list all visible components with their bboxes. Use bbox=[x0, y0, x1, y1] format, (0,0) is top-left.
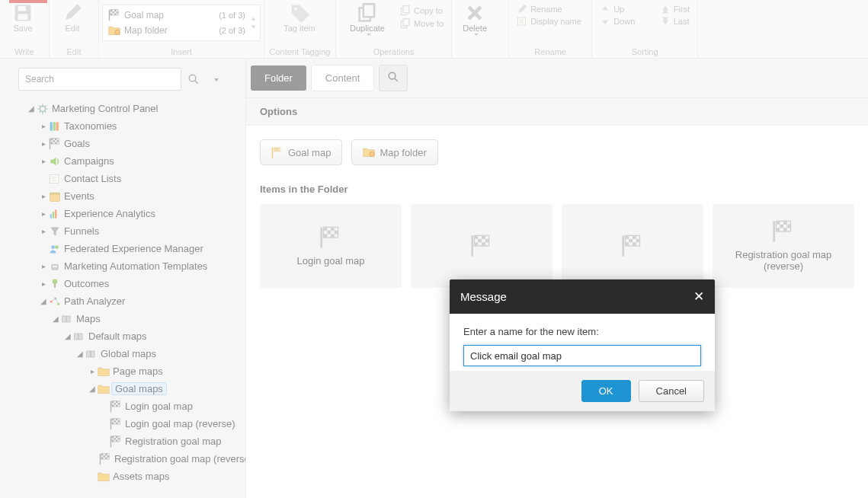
move-last-button[interactable]: Last bbox=[655, 15, 694, 27]
move-first-button[interactable]: First bbox=[655, 3, 694, 15]
tree-contact-lists[interactable]: Contact Lists bbox=[0, 170, 245, 187]
option-goal-map[interactable]: Goal map bbox=[260, 139, 342, 165]
tree-fem[interactable]: Federated Experience Manager bbox=[0, 240, 245, 257]
tree-sidebar: ◢Marketing Control Panel ▸Taxonomies ▸Go… bbox=[0, 59, 246, 498]
ok-button[interactable]: OK bbox=[581, 380, 631, 402]
card-registration-goal-map-rev[interactable]: Registration goal map (reverse) bbox=[713, 204, 854, 288]
content-panel: Folder Content Options Goal map Map fold… bbox=[246, 59, 868, 498]
group-insert: Insert bbox=[99, 47, 264, 56]
group-write: Write bbox=[0, 47, 49, 56]
tree-experience-analytics[interactable]: ▸Experience Analytics bbox=[0, 205, 245, 222]
card-login-goal-map[interactable]: Login goal map bbox=[260, 204, 402, 288]
tag-item-button[interactable]: Tag item bbox=[267, 3, 332, 33]
tree-registration-goal-map-rev[interactable]: Registration goal map (reverse) bbox=[0, 450, 245, 468]
tree-goals[interactable]: ▸Goals bbox=[0, 135, 245, 152]
card-item-3[interactable] bbox=[562, 204, 703, 288]
tab-folder[interactable]: Folder bbox=[251, 65, 306, 91]
tree-registration-goal-map[interactable]: Registration goal map bbox=[0, 433, 245, 450]
content-tree: ◢Marketing Control Panel ▸Taxonomies ▸Go… bbox=[0, 98, 245, 487]
message-dialog: Message ✕ Enter a name for the new item:… bbox=[450, 279, 715, 411]
tree-root[interactable]: ◢Marketing Control Panel bbox=[0, 100, 245, 117]
display-name-button[interactable]: Display name bbox=[512, 15, 588, 27]
tab-search[interactable] bbox=[379, 65, 408, 91]
search-dropdown[interactable] bbox=[206, 69, 227, 90]
group-sorting: Sorting bbox=[592, 47, 697, 56]
tab-content[interactable]: Content bbox=[311, 65, 375, 91]
tree-page-maps[interactable]: ▸Page maps bbox=[0, 362, 245, 380]
insert-scroll[interactable] bbox=[248, 8, 258, 38]
delete-button[interactable]: Delete bbox=[455, 3, 495, 38]
option-map-folder[interactable]: Map folder bbox=[351, 139, 437, 165]
cancel-button[interactable]: Cancel bbox=[639, 380, 704, 402]
search-button[interactable] bbox=[183, 69, 204, 90]
card-item-2[interactable] bbox=[411, 204, 553, 288]
options-heading: Options bbox=[246, 98, 868, 126]
group-operations: Operations bbox=[336, 47, 451, 56]
copy-to-button[interactable]: Copy to bbox=[396, 5, 448, 17]
tree-login-goal-map[interactable]: Login goal map bbox=[0, 397, 245, 415]
tree-goal-maps[interactable]: ◢Goal maps bbox=[0, 380, 245, 397]
tree-funnels[interactable]: ▸Funnels bbox=[0, 222, 245, 240]
move-down-button[interactable]: Down bbox=[595, 15, 639, 27]
group-content-tagging: Content Tagging bbox=[264, 47, 335, 56]
search-input[interactable] bbox=[18, 68, 181, 91]
tree-maps[interactable]: ◢Maps bbox=[0, 310, 245, 327]
tree-default-maps[interactable]: ◢Default maps bbox=[0, 327, 245, 345]
rename-button[interactable]: Rename bbox=[512, 3, 588, 15]
duplicate-button[interactable]: Duplicate bbox=[339, 3, 396, 38]
dialog-name-input[interactable] bbox=[463, 345, 701, 366]
tree-assets-maps[interactable]: Assets maps bbox=[0, 468, 245, 485]
tree-mat[interactable]: ▸Marketing Automation Templates bbox=[0, 257, 245, 275]
move-up-button[interactable]: Up bbox=[595, 3, 639, 15]
tree-global-maps[interactable]: ◢Global maps bbox=[0, 345, 245, 362]
tree-events[interactable]: ▸Events bbox=[0, 187, 245, 205]
ribbon: Save Write Edit Edit Goal map(1 of 3) Ma… bbox=[0, 0, 868, 59]
tree-path-analyzer[interactable]: ◢Path Analyzer bbox=[0, 292, 245, 310]
tree-campaigns[interactable]: ▸Campaigns bbox=[0, 152, 245, 170]
insert-goal-map[interactable]: Goal map(1 of 3) bbox=[105, 8, 248, 23]
tree-login-goal-map-rev[interactable]: Login goal map (reverse) bbox=[0, 415, 245, 433]
dialog-close-icon[interactable]: ✕ bbox=[693, 289, 704, 305]
move-to-button[interactable]: Move to bbox=[396, 18, 448, 30]
tree-outcomes[interactable]: ▸Outcomes bbox=[0, 275, 245, 292]
insert-map-folder[interactable]: Map folder(2 of 3) bbox=[105, 23, 248, 38]
save-button[interactable]: Save bbox=[3, 3, 43, 33]
group-rename: Rename bbox=[509, 47, 591, 56]
dialog-title: Message bbox=[460, 290, 507, 303]
tree-taxonomies[interactable]: ▸Taxonomies bbox=[0, 117, 245, 135]
group-edit: Edit bbox=[50, 47, 98, 56]
items-heading: Items in the Folder bbox=[246, 179, 868, 204]
dialog-prompt: Enter a name for the new item: bbox=[463, 326, 701, 337]
edit-button[interactable]: Edit bbox=[53, 3, 92, 33]
